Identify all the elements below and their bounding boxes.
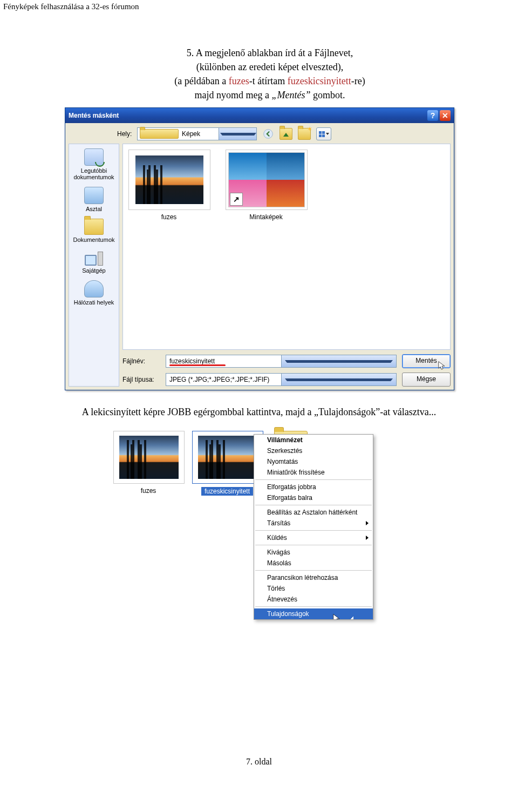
- italic: „Mentés”: [271, 90, 310, 100]
- help-button[interactable]: ?: [427, 110, 438, 121]
- instruction-text: 5. A megjelenő ablakban írd át a Fájlnev…: [108, 46, 432, 102]
- thumbnails-icon: [319, 131, 325, 137]
- place-label: Legutóbbi dokumentumok: [73, 167, 114, 180]
- dropdown-button[interactable]: [281, 355, 397, 367]
- location-combo[interactable]: Képek: [137, 127, 257, 140]
- dropdown-button[interactable]: [281, 374, 397, 385]
- followup-text: A lekicsinyített képre JOBB egérgombbal …: [54, 407, 464, 418]
- file-label-selected: fuzeskicsinyitett: [201, 487, 253, 496]
- cursor-icon: [438, 361, 446, 371]
- text: (a példában a: [174, 76, 228, 86]
- up-button[interactable]: [280, 128, 292, 140]
- save-as-dialog: Mentés másként ? ✕ Hely: Képek ✶ Legutób…: [65, 107, 454, 390]
- text: gombot.: [310, 90, 345, 100]
- place-label: Asztal: [86, 206, 102, 212]
- folder-thumbnail: ↗: [228, 152, 305, 207]
- place-label: Dokumentumok: [73, 236, 114, 243]
- location-value: Képek: [181, 130, 219, 138]
- menu-item-edit[interactable]: Szerkesztés: [254, 445, 373, 456]
- view-button[interactable]: [316, 127, 331, 140]
- file-item-samples[interactable]: ↗ Mintaképek: [226, 150, 306, 221]
- file-list[interactable]: fuzes ↗ Mintaképek: [122, 144, 451, 350]
- menu-item-refresh[interactable]: Miniatűrök frissítése: [254, 467, 373, 478]
- filetype-value: JPEG (*.JPG;*.JPEG;*.JPE;*.JFIF): [166, 376, 281, 383]
- save-button[interactable]: Mentés: [402, 354, 451, 368]
- file-label: fuzes: [141, 487, 156, 495]
- network-icon: [84, 280, 104, 297]
- text: -re): [351, 76, 365, 86]
- text: -t átírtam: [249, 76, 288, 86]
- button-label: Mégse: [417, 375, 436, 383]
- toolbar: Hely: Képek ✶: [65, 123, 454, 144]
- mycomputer-icon: [85, 249, 103, 266]
- page-header: Fényképek felhasználása a 32-es fórumon: [0, 0, 518, 13]
- context-menu-screenshot: fuzes fuzeskicsinyitett Villámnézet Szer…: [108, 425, 421, 498]
- recent-icon: [84, 148, 104, 166]
- file-item-fuzes[interactable]: fuzes: [113, 431, 183, 495]
- text: 5. A megjelenő ablakban írd át a Fájlnev…: [187, 48, 353, 58]
- dropdown-button[interactable]: [219, 128, 257, 140]
- close-button[interactable]: ✕: [440, 110, 451, 121]
- back-button[interactable]: [262, 128, 274, 140]
- svg-point-0: [264, 130, 273, 139]
- place-label: Hálózati helyek: [74, 299, 114, 306]
- documents-icon: [84, 219, 104, 235]
- filetype-label: Fájl típusa:: [122, 376, 160, 383]
- text: (különben az eredeti képet elveszted),: [196, 62, 343, 72]
- filename-value: fuzeskicsinyitett: [166, 357, 281, 365]
- location-label: Hely:: [117, 130, 132, 138]
- cancel-button[interactable]: Mégse: [402, 373, 451, 387]
- filename-input[interactable]: fuzeskicsinyitett: [166, 355, 397, 368]
- photo-thumbnail: [135, 155, 203, 204]
- file-item-selected[interactable]: fuzeskicsinyitett: [192, 431, 262, 496]
- place-network[interactable]: Hálózati helyek: [69, 279, 119, 309]
- place-label: Sajátgép: [82, 267, 105, 274]
- page-footer: 7. oldal: [0, 757, 518, 777]
- place-mycomputer[interactable]: Sajátgép: [69, 248, 119, 277]
- menu-item-print[interactable]: Nyomtatás: [254, 456, 373, 467]
- button-label: Mentés: [415, 357, 437, 364]
- new-folder-button[interactable]: ✶: [298, 128, 311, 140]
- annotation-underline: [169, 364, 226, 366]
- shortcut-overlay-icon: ↗: [230, 193, 243, 206]
- place-recent[interactable]: Legutóbbi dokumentumok: [69, 147, 119, 184]
- menu-separator: [255, 479, 372, 480]
- file-item-fuzes[interactable]: fuzes: [128, 150, 209, 221]
- places-bar: Legutóbbi dokumentumok Asztal Dokumentum…: [69, 144, 119, 387]
- highlight: fuzeskicsinyitett: [288, 76, 351, 86]
- chevron-down-icon: [326, 133, 329, 135]
- text: majd nyomd meg a: [195, 90, 272, 100]
- file-label: fuzes: [161, 213, 177, 221]
- highlight: fuzes: [229, 76, 249, 86]
- titlebar[interactable]: Mentés másként ? ✕: [65, 108, 454, 123]
- photo-thumbnail: [119, 436, 179, 479]
- menu-item-rotate-right[interactable]: Elforgatás jobbra: [254, 482, 373, 492]
- place-desktop[interactable]: Asztal: [69, 186, 119, 215]
- menu-item-preview[interactable]: Villámnézet: [254, 435, 373, 445]
- filename-label: Fájlnév:: [122, 357, 160, 365]
- desktop-icon: [84, 187, 104, 204]
- file-label: Mintaképek: [249, 213, 282, 221]
- filetype-select[interactable]: JPEG (*.JPG;*.JPEG;*.JPE;*.JFIF): [166, 373, 397, 386]
- photo-thumbnail: [198, 436, 257, 479]
- dialog-title: Mentés másként: [69, 112, 426, 119]
- folder-icon: [140, 129, 179, 139]
- place-documents[interactable]: Dokumentumok: [69, 218, 119, 246]
